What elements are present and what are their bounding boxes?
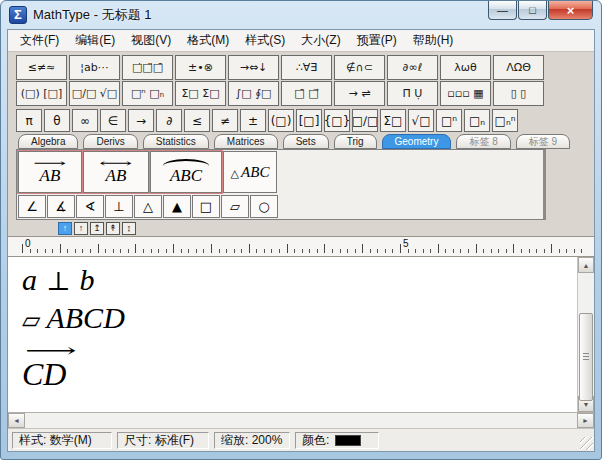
- quick-symbol-button[interactable]: ∞: [72, 109, 98, 132]
- template-letters: △ ABC: [231, 163, 270, 181]
- ruler[interactable]: 0 5: [8, 237, 594, 257]
- quick-symbol-button[interactable]: ≤: [184, 109, 210, 132]
- quick-symbol-button[interactable]: Σ□: [380, 109, 406, 132]
- geometry-symbol-button[interactable]: △: [134, 195, 162, 218]
- geometry-symbol-button[interactable]: ▱: [221, 195, 249, 218]
- scroll-right-icon[interactable]: ►: [577, 413, 594, 428]
- geometry-symbol-button[interactable]: ▲: [163, 195, 191, 218]
- small-bar-button[interactable]: ↥: [90, 222, 104, 235]
- menu-item[interactable]: 样式(S): [237, 29, 293, 52]
- geometry-symbol-button[interactable]: ∢: [76, 195, 104, 218]
- horizontal-scroll-track[interactable]: [25, 413, 577, 428]
- palette-tab[interactable]: 标签 8: [456, 134, 510, 149]
- palette-tab[interactable]: Algebra: [18, 134, 78, 149]
- quick-symbol-button[interactable]: π: [16, 109, 42, 132]
- geometry-tab-panel: ⟶ AB ⟷ AB ABC △ ABC: [16, 149, 546, 220]
- palette-tab[interactable]: Derivs: [83, 134, 137, 149]
- palette-tab[interactable]: Trig: [334, 134, 377, 149]
- symbol-palette-button[interactable]: ΛΩΘ: [493, 55, 544, 80]
- quick-symbol-button[interactable]: {□}: [324, 109, 350, 132]
- quick-symbol-button[interactable]: →: [128, 109, 154, 132]
- palette-tab[interactable]: Sets: [283, 134, 329, 149]
- palette-tab[interactable]: Geometry: [382, 134, 452, 149]
- quick-symbol-button[interactable]: □ₙ: [464, 109, 490, 132]
- equation-line-parallelogram: ▱ABCD: [22, 301, 577, 335]
- symbol-palette-button[interactable]: →⇔↓: [228, 55, 279, 80]
- geometry-symbol-button[interactable]: ∠: [18, 195, 46, 218]
- vector-ab-template-button[interactable]: ⟶ AB: [18, 151, 82, 193]
- quick-symbol-button[interactable]: ∈: [100, 109, 126, 132]
- symbol-palette-button[interactable]: □̇□̈□̄: [122, 55, 173, 80]
- minimize-button[interactable]: —: [488, 1, 517, 20]
- symbol-palette-button[interactable]: ≤≠≈: [16, 55, 67, 80]
- template-palette-button[interactable]: □̄ □⃗: [281, 81, 332, 106]
- template-palette-button[interactable]: □ⁿ □ₙ: [122, 81, 173, 106]
- template-palette-button[interactable]: ▫▫▫ ▦: [440, 81, 491, 106]
- quick-symbol-button[interactable]: (□): [268, 109, 294, 132]
- quick-symbol-button[interactable]: θ: [44, 109, 70, 132]
- menu-item[interactable]: 文件(F): [12, 29, 67, 52]
- symbol-palette-button[interactable]: ∂∞ℓ: [387, 55, 438, 80]
- small-bar-button[interactable]: ↑: [58, 222, 72, 235]
- template-palette-button[interactable]: □∕□ √□: [69, 81, 120, 106]
- maximize-button[interactable]: □: [518, 1, 547, 20]
- triangle-abc-template-button[interactable]: △ ABC: [223, 151, 277, 193]
- arc-abc-template-button[interactable]: ABC: [150, 151, 222, 193]
- equation-canvas[interactable]: a⊥b ▱ABCD ⟶ CD: [8, 257, 577, 412]
- menu-item[interactable]: 大小(Z): [293, 29, 348, 52]
- template-palette-button[interactable]: (□) [□]: [16, 81, 67, 106]
- vertical-scroll-thumb[interactable]: [579, 313, 593, 401]
- quick-symbol-button[interactable]: ≠: [212, 109, 238, 132]
- title-bar: Σ MathType - 无标题 1 — □ ×: [1, 1, 601, 29]
- symbol-palette-button[interactable]: ¦ab⋯: [69, 55, 120, 80]
- horizontal-scrollbar[interactable]: ◄ ►: [8, 413, 594, 429]
- palette-tab[interactable]: Statistics: [143, 134, 209, 149]
- line-ab-template-button[interactable]: ⟷ AB: [83, 151, 149, 193]
- close-button[interactable]: ×: [548, 1, 593, 20]
- template-palette-button[interactable]: ▯ ▯: [493, 81, 544, 106]
- small-bar-button[interactable]: ↟: [106, 222, 120, 235]
- menu-item[interactable]: 编辑(E): [67, 29, 123, 52]
- scroll-up-icon[interactable]: ▲: [578, 257, 594, 273]
- small-bar-button[interactable]: ↨: [122, 222, 136, 235]
- symbol-palette-button[interactable]: λωθ: [440, 55, 491, 80]
- vertical-scroll-track[interactable]: [578, 273, 594, 396]
- palette-tab[interactable]: 标签 9: [516, 134, 570, 149]
- quick-symbol-button[interactable]: □∕□: [352, 109, 378, 132]
- triangle-icon: △: [231, 167, 239, 180]
- quick-symbol-button[interactable]: [□]: [296, 109, 322, 132]
- palette-tab[interactable]: Matrices: [214, 134, 278, 149]
- status-style[interactable]: 样式: 数学(M): [12, 432, 112, 449]
- geometry-templates-row: ⟶ AB ⟷ AB ABC △ ABC: [17, 150, 543, 194]
- quick-symbol-button[interactable]: ∂: [156, 109, 182, 132]
- work-area: a⊥b ▱ABCD ⟶ CD ▲ ▼: [8, 257, 594, 413]
- resize-grip-icon[interactable]: [580, 437, 593, 450]
- symbol-palette-button[interactable]: ∉∩⊂: [334, 55, 385, 80]
- quick-symbol-button[interactable]: ±: [240, 109, 266, 132]
- geometry-symbol-button[interactable]: ○: [250, 195, 278, 218]
- small-bar-button[interactable]: ↑: [74, 222, 88, 235]
- quick-symbol-button[interactable]: √□: [408, 109, 434, 132]
- symbol-palette-button[interactable]: ∴∀∃: [281, 55, 332, 80]
- status-size[interactable]: 尺寸: 标准(F): [117, 432, 209, 449]
- symbol-palette-button[interactable]: ±•⊗: [175, 55, 226, 80]
- geometry-symbol-button[interactable]: ⊥: [105, 195, 133, 218]
- template-palette-button[interactable]: ∫□ ∮□: [228, 81, 279, 106]
- template-palette-button[interactable]: Π̈ Ụ: [387, 81, 438, 106]
- quick-symbol-button[interactable]: □ⁿ: [436, 109, 462, 132]
- template-palette-button[interactable]: Σ□ Σ□: [175, 81, 226, 106]
- menu-item[interactable]: 帮助(H): [405, 29, 462, 52]
- equation-line-perpendicular: a⊥b: [22, 263, 577, 297]
- scroll-left-icon[interactable]: ◄: [8, 413, 25, 428]
- status-zoom[interactable]: 缩放: 200%: [214, 432, 290, 449]
- geometry-symbol-button[interactable]: ∡: [47, 195, 75, 218]
- geometry-symbol-button[interactable]: □: [192, 195, 220, 218]
- menu-item[interactable]: 预置(P): [349, 29, 405, 52]
- menu-item[interactable]: 格式(M): [179, 29, 237, 52]
- quick-symbol-button[interactable]: □ₙⁿ: [492, 109, 518, 132]
- template-palette-button[interactable]: → ⇌: [334, 81, 385, 106]
- menu-item[interactable]: 视图(V): [123, 29, 179, 52]
- arc-accent-icon: [163, 159, 209, 166]
- vertical-scrollbar[interactable]: ▲ ▼: [577, 257, 594, 412]
- status-color[interactable]: 颜色:: [295, 432, 379, 449]
